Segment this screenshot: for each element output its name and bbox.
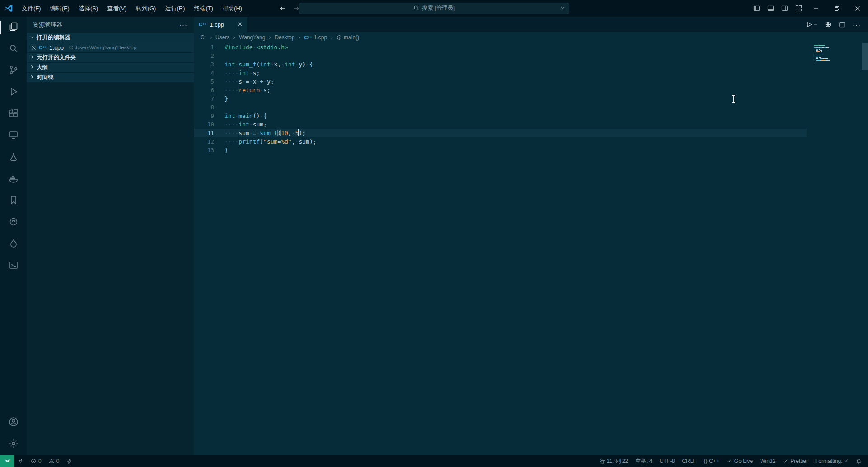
code-line[interactable]: 8 [194,103,807,112]
status-label: UTF-8 [659,458,675,464]
more-actions-icon[interactable]: ··· [179,21,187,28]
activity-docker[interactable] [0,168,27,190]
title-bar: 文件(F)编辑(E)选择(S)查看(V)转到(G)运行(R)终端(T)帮助(H)… [0,0,868,17]
code-line[interactable]: 12····printf("sum=%d",·sum); [194,137,807,146]
nav-back-icon[interactable] [279,5,286,12]
menu-view[interactable]: 查看(V) [103,0,131,17]
status-label: C++ [709,458,719,464]
status-prettier[interactable]: Prettier [779,455,812,467]
menu-terminal[interactable]: 终端(T) [189,0,218,17]
status-go-live[interactable]: Go Live [723,455,756,467]
code-line[interactable]: 3int·sum_f(int·x,·int·y)·{ [194,60,807,69]
search-icon [8,43,19,56]
activity-account[interactable] [0,412,27,434]
breadcrumb-item[interactable]: main() [336,34,359,41]
status-notifications-bell[interactable] [852,455,865,467]
toggle-panel-icon[interactable] [764,0,778,17]
tab-label: 1.cpp [210,21,224,28]
section-no-folder[interactable]: 无打开的文件夹 [27,52,194,62]
chevron-right-icon [267,35,272,40]
menu-help[interactable]: 帮助(H) [218,0,247,17]
open-editor-item[interactable]: C++ 1.cpp C:\Users\WangYang\Desktop [27,42,194,52]
breadcrumb-item[interactable]: Desktop [275,34,294,41]
breadcrumb-item[interactable]: C: [201,34,206,41]
minimap[interactable] [814,45,854,62]
tab-1cpp[interactable]: C++ 1.cpp [194,17,247,32]
more-actions-icon[interactable]: ··· [853,21,861,28]
activity-search[interactable] [0,38,27,60]
code-editor[interactable]: 1#include·<stdio.h>23int·sum_f(int·x,·in… [194,43,868,455]
status-encoding[interactable]: UTF-8 [656,455,678,467]
run-file-button[interactable] [806,21,817,28]
activity-settings[interactable] [0,434,27,455]
line-number: 7 [194,94,214,103]
scrollbar[interactable] [862,43,868,455]
activity-explorer[interactable] [0,17,27,38]
code-line[interactable]: 1#include·<stdio.h> [194,43,807,51]
status-formatting-toggle[interactable]: Formatting: ✓ [812,455,852,467]
customize-layout-icon[interactable] [792,0,806,17]
plug-icon [18,458,23,464]
menu-go[interactable]: 转到(G) [131,0,161,17]
code-line[interactable]: 2 [194,51,807,60]
activity-terminal[interactable] [0,255,27,277]
section-outline[interactable]: 大纲 [27,62,194,72]
remote-indicator[interactable]: >< [0,455,14,467]
activity-bar [0,17,27,455]
breadcrumb-item[interactable]: WangYang [239,34,265,41]
activity-code-runner[interactable] [0,234,27,255]
toggle-secondary-sidebar-icon[interactable] [778,0,792,17]
status-live-reload[interactable] [63,455,75,467]
status-eol[interactable]: CRLF [678,455,700,467]
activity-live-share[interactable] [0,212,27,234]
activity-bookmarks[interactable] [0,190,27,212]
breadcrumb-item[interactable]: Users [215,34,229,41]
menu-run[interactable]: 运行(R) [160,0,189,17]
status-errors[interactable]: 0 [27,455,45,467]
status-plug[interactable] [14,455,27,467]
code-runner-icon [8,238,19,251]
vscode-logo-icon [0,4,17,13]
activity-run-debug[interactable] [0,82,27,103]
close-icon[interactable] [238,21,243,28]
open-preview-icon[interactable] [825,21,831,28]
menu-selection[interactable]: 选择(S) [74,0,103,17]
status-indentation[interactable]: 空格: 4 [632,455,656,467]
menu-file[interactable]: 文件(F) [17,0,46,17]
breadcrumb-item[interactable]: C++1.cpp [304,34,327,41]
tab-bar: C++ 1.cpp ··· [194,17,868,32]
bookmarks-icon [8,195,19,207]
toggle-sidebar-icon[interactable] [750,0,764,17]
code-line[interactable]: 7} [194,94,807,103]
code-line[interactable]: 13} [194,146,807,154]
code-line[interactable]: 5····s·=·x·+·y; [194,77,807,86]
status-cursor-position[interactable]: 行 11, 列 22 [596,455,632,467]
code-line[interactable]: 9int·main()·{ [194,112,807,120]
code-line[interactable]: 4····int·s; [194,69,807,77]
menu-edit[interactable]: 编辑(E) [46,0,74,17]
activity-extensions[interactable] [0,103,27,125]
status-warnings[interactable]: 0 [45,455,63,467]
activity-remote-explorer[interactable] [0,125,27,147]
open-editor-path: C:\Users\WangYang\Desktop [69,45,136,50]
scrollbar-thumb[interactable] [862,43,868,70]
code-line[interactable]: 6····return·s; [194,86,807,94]
split-editor-icon[interactable] [839,21,845,28]
section-open-editors[interactable]: 打开的编辑器 [27,33,194,42]
command-center-search[interactable]: 搜索 [管理员] [299,3,569,14]
activity-testing[interactable] [0,147,27,168]
broadcast-icon [727,458,732,464]
section-timeline[interactable]: 时间线 [27,72,194,82]
code-line[interactable]: 10····int·sum; [194,120,807,129]
chevron-down-icon[interactable] [560,5,565,12]
code-line[interactable]: 11····sum·=·sum_f(10,·5); [194,129,807,137]
restore-button[interactable] [826,0,847,17]
search-text: 搜索 [管理员] [422,5,455,12]
status-language-mode[interactable]: { }C++ [700,455,723,467]
minimize-button[interactable] [806,0,826,17]
status-label: Go Live [734,458,753,464]
status-platform[interactable]: Win32 [756,455,779,467]
close-button[interactable] [847,0,868,17]
close-icon[interactable] [31,45,36,50]
activity-source-control[interactable] [0,60,27,82]
